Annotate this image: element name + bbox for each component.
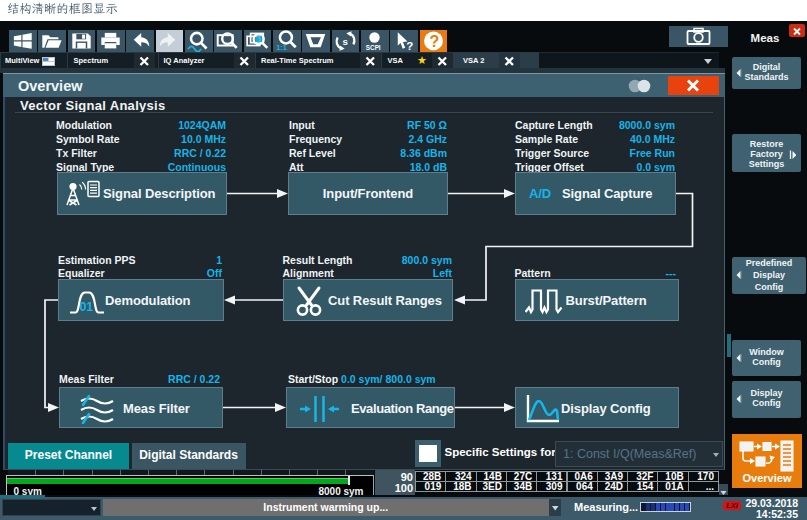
svg-text:01: 01 (80, 300, 94, 314)
svg-text:?: ? (429, 32, 439, 50)
svg-text:1:1: 1:1 (276, 43, 287, 52)
svg-text:s: s (342, 36, 348, 47)
svg-text:SCPI: SCPI (366, 44, 381, 51)
svg-text:?: ? (407, 40, 414, 52)
